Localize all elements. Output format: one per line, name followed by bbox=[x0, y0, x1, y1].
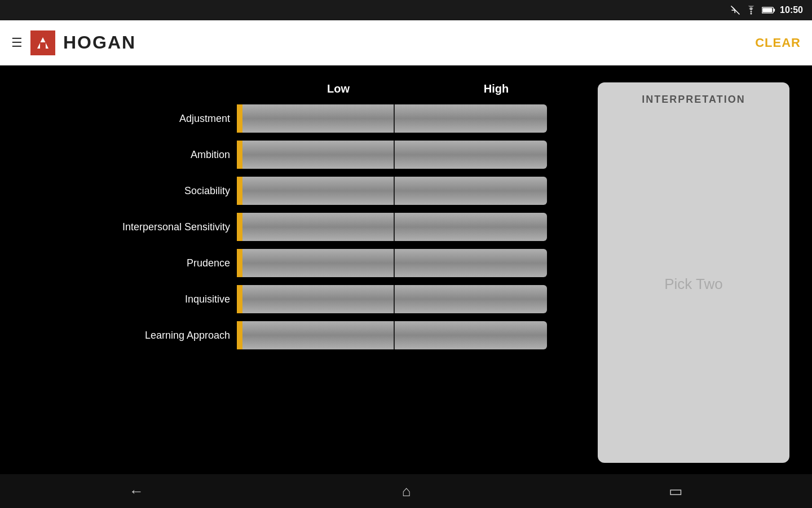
brand-name: HOGAN bbox=[63, 32, 136, 53]
trait-bar-sociability bbox=[237, 177, 547, 205]
trait-row-learning-approach[interactable]: Learning Approach bbox=[23, 321, 586, 349]
orange-tick bbox=[237, 104, 242, 133]
chart-section: Low High Adjustment Ambition Sociability bbox=[23, 82, 586, 463]
svg-rect-3 bbox=[774, 8, 775, 11]
bar-low-sociability bbox=[242, 177, 395, 205]
bar-high-adjustment bbox=[395, 104, 547, 133]
bottom-nav: ← ⌂ ▭ bbox=[0, 474, 812, 508]
header: ☰ HOGAN CLEAR bbox=[0, 20, 812, 65]
menu-icon[interactable]: ☰ bbox=[11, 36, 23, 50]
orange-tick bbox=[237, 249, 242, 277]
recents-button[interactable]: ▭ bbox=[669, 483, 683, 500]
bar-low-inquisitive bbox=[242, 285, 395, 313]
trait-row-inquisitive[interactable]: Inquisitive bbox=[23, 285, 586, 313]
pick-two-text: Pick Two bbox=[664, 275, 723, 293]
trait-bar-ambition bbox=[237, 141, 547, 169]
trait-label-prudence: Prudence bbox=[23, 257, 237, 269]
header-left: ☰ HOGAN bbox=[11, 30, 136, 55]
orange-tick bbox=[237, 321, 242, 349]
svg-rect-4 bbox=[762, 8, 772, 12]
bar-high-inquisitive bbox=[395, 285, 547, 313]
clear-button[interactable]: CLEAR bbox=[755, 36, 801, 50]
trait-label-sociability: Sociability bbox=[23, 185, 237, 197]
bar-low-learning-approach bbox=[242, 321, 395, 349]
trait-bar-inquisitive bbox=[237, 285, 547, 313]
svg-rect-7 bbox=[40, 42, 46, 49]
column-high-label: High bbox=[417, 82, 575, 95]
bar-high-learning-approach bbox=[395, 321, 547, 349]
status-bar: 10:50 bbox=[0, 0, 812, 20]
svg-point-1 bbox=[751, 13, 752, 15]
bar-low-ambition bbox=[242, 141, 395, 169]
trait-label-inquisitive: Inquisitive bbox=[23, 294, 237, 305]
interpretation-panel: INTERPRETATION Pick Two bbox=[598, 82, 789, 463]
bar-low-prudence bbox=[242, 249, 395, 277]
orange-tick bbox=[237, 213, 242, 241]
trait-bar-adjustment bbox=[237, 104, 547, 133]
trait-label-interpersonal: Interpersonal Sensitivity bbox=[23, 221, 237, 233]
orange-tick bbox=[237, 177, 242, 205]
trait-row-adjustment[interactable]: Adjustment bbox=[23, 104, 586, 133]
back-button[interactable]: ← bbox=[129, 483, 144, 500]
trait-row-interpersonal[interactable]: Interpersonal Sensitivity bbox=[23, 213, 586, 241]
home-button[interactable]: ⌂ bbox=[402, 483, 411, 500]
trait-label-adjustment: Adjustment bbox=[23, 113, 237, 125]
bar-high-ambition bbox=[395, 141, 547, 169]
trait-row-prudence[interactable]: Prudence bbox=[23, 249, 586, 277]
main-content: Low High Adjustment Ambition Sociability bbox=[0, 65, 812, 474]
bar-low-interpersonal bbox=[242, 213, 395, 241]
bar-low-adjustment bbox=[242, 104, 395, 133]
trait-bar-interpersonal bbox=[237, 213, 547, 241]
mute-icon bbox=[730, 5, 740, 15]
status-icons: 10:50 bbox=[730, 5, 803, 15]
interpretation-title: INTERPRETATION bbox=[642, 94, 745, 106]
bar-high-prudence bbox=[395, 249, 547, 277]
orange-tick bbox=[237, 141, 242, 169]
bar-high-sociability bbox=[395, 177, 547, 205]
trait-bar-learning-approach bbox=[237, 321, 547, 349]
trait-bar-prudence bbox=[237, 249, 547, 277]
column-low-label: Low bbox=[259, 82, 417, 95]
status-time: 10:50 bbox=[780, 5, 803, 15]
trait-row-sociability[interactable]: Sociability bbox=[23, 177, 586, 205]
battery-icon bbox=[762, 6, 775, 14]
trait-label-ambition: Ambition bbox=[23, 149, 237, 161]
chart-header: Low High bbox=[259, 82, 586, 95]
bar-high-interpersonal bbox=[395, 213, 547, 241]
trait-label-learning-approach: Learning Approach bbox=[23, 330, 237, 341]
hogan-logo-icon bbox=[30, 30, 55, 55]
trait-row-ambition[interactable]: Ambition bbox=[23, 141, 586, 169]
wifi-icon bbox=[745, 6, 757, 15]
orange-tick bbox=[237, 285, 242, 313]
